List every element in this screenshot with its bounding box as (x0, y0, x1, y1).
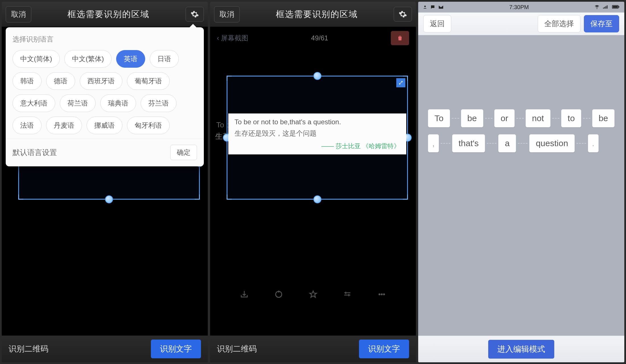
popover-title: 选择识别语言 (13, 35, 197, 44)
svg-rect-11 (619, 6, 619, 8)
bottombar: 进入编辑模式 (418, 336, 624, 362)
page-title: 框选需要识别的区域 (67, 9, 149, 20)
back-button[interactable]: 返回 (423, 15, 451, 32)
rotate-icon[interactable] (274, 290, 283, 299)
lang-danish[interactable]: 丹麦语 (46, 117, 82, 134)
lang-german[interactable]: 德语 (46, 72, 75, 90)
trash-icon (397, 35, 403, 42)
word-tile[interactable]: that's (452, 134, 485, 152)
word-row-2: , that's a question . (428, 134, 615, 152)
recognize-text-button[interactable]: 识别文字 (151, 340, 201, 358)
status-time: 7:30PM (509, 4, 529, 11)
svg-point-2 (383, 294, 385, 295)
lang-english[interactable]: 英语 (116, 50, 145, 68)
signal-icon (603, 5, 609, 9)
word-tile[interactable]: to (561, 109, 581, 127)
settings-button[interactable] (186, 7, 204, 22)
page-title: 框选需要识别的区域 (276, 9, 358, 20)
svg-rect-6 (604, 7, 605, 9)
scan-qr-button[interactable]: 识别二维码 (217, 344, 257, 354)
lang-finnish[interactable]: 芬兰语 (141, 94, 176, 112)
lang-korean[interactable]: 韩语 (13, 72, 42, 90)
contact-icon (423, 5, 427, 9)
word-tile[interactable]: be (592, 109, 615, 127)
inner-header: ‹ 屏幕截图 49/61 (210, 27, 416, 49)
lang-hungarian[interactable]: 匈牙利语 (127, 117, 170, 134)
star-icon[interactable] (309, 290, 318, 299)
svg-rect-7 (606, 6, 606, 9)
svg-rect-10 (613, 6, 618, 8)
expand-icon (398, 80, 403, 85)
svg-point-1 (381, 294, 382, 295)
gear-icon (399, 10, 407, 18)
lang-zh-simplified[interactable]: 中文(简体) (13, 50, 60, 68)
screen-1-language-select: 取消 框选需要识别的区域 生花 生存还是毁灭，这是个问题 —— 莎士比亚 《哈姆… (2, 2, 208, 362)
lang-italian[interactable]: 意大利语 (13, 94, 55, 112)
gear-icon (190, 10, 199, 18)
lang-portuguese[interactable]: 葡萄牙语 (127, 72, 170, 90)
photo-counter: 49/61 (311, 34, 328, 42)
handle-bottom[interactable] (105, 195, 113, 203)
word-row-1: To be or not to be (428, 109, 615, 127)
cancel-button[interactable]: 取消 (214, 6, 240, 22)
svg-rect-8 (607, 5, 608, 9)
lang-swedish[interactable]: 瑞典语 (100, 94, 136, 112)
topbar: 取消 框选需要识别的区域 (2, 2, 208, 27)
inner-toolbar (210, 284, 416, 304)
selection-rectangle[interactable]: To be or not to be,that's a question. 生存… (227, 76, 408, 200)
text-card: To be or not to be,that's a question. 生存… (228, 113, 407, 154)
recognize-text-button[interactable]: 识别文字 (359, 340, 409, 358)
settings-button[interactable] (394, 7, 412, 22)
card-line-2: 生存还是毁灭，这是个问题 (235, 129, 400, 138)
screen-3-word-edit: 7:30PM 返回 全部选择 保存至 To be or not to be , … (418, 2, 624, 362)
enter-edit-mode-button[interactable]: 进入编辑模式 (488, 340, 554, 359)
word-tile[interactable]: not (526, 109, 551, 127)
bottombar: 识别二维码 识别文字 (2, 336, 208, 362)
lang-norwegian[interactable]: 挪威语 (87, 117, 122, 134)
handle-bottom[interactable] (313, 195, 321, 203)
card-credit: —— 莎士比亚 《哈姆雷特》 (235, 142, 400, 150)
mail-icon (438, 5, 444, 9)
inner-back-button[interactable]: ‹ 屏幕截图 (217, 34, 249, 43)
topbar: 取消 框选需要识别的区域 (210, 2, 416, 27)
default-language-link[interactable]: 默认语言设置 (13, 148, 57, 158)
svg-point-4 (597, 8, 597, 9)
viewer-area: ‹ 屏幕截图 49/61 To b 生花 To be or not to be,… (210, 27, 416, 336)
lang-spanish[interactable]: 西班牙语 (80, 72, 122, 90)
svg-rect-5 (603, 8, 604, 9)
bottombar: 识别二维码 识别文字 (210, 336, 416, 362)
svg-point-0 (379, 294, 380, 295)
save-to-button[interactable]: 保存至 (584, 15, 619, 32)
adjust-icon[interactable] (343, 290, 352, 299)
cancel-button[interactable]: 取消 (6, 6, 31, 22)
card-line-1: To be or not to be,that's a question. (235, 118, 400, 126)
screen-2-crop: 取消 框选需要识别的区域 ‹ 屏幕截图 49/61 To b 生花 To be (210, 2, 416, 362)
word-area: To be or not to be , that's a question . (418, 35, 624, 152)
word-tile[interactable]: or (494, 109, 515, 127)
word-tile[interactable]: question (529, 134, 574, 152)
language-popover: 选择识别语言 中文(简体) 中文(繁体) 英语 日语 韩语 德语 西班牙语 葡萄… (6, 27, 204, 166)
lang-japanese[interactable]: 日语 (150, 50, 179, 68)
wifi-icon (594, 5, 600, 9)
lang-dutch[interactable]: 荷兰语 (60, 94, 96, 112)
word-tile[interactable]: . (588, 134, 599, 152)
chat-icon (430, 5, 435, 10)
share-icon[interactable] (240, 290, 249, 299)
lang-zh-traditional[interactable]: 中文(繁体) (64, 50, 112, 68)
scan-qr-button[interactable]: 识别二维码 (9, 344, 48, 354)
more-icon[interactable] (377, 290, 386, 299)
handle-top[interactable] (313, 72, 321, 80)
delete-button[interactable] (391, 31, 409, 45)
word-tile[interactable]: be (461, 109, 483, 127)
word-tile[interactable]: , (428, 134, 439, 152)
select-all-button[interactable]: 全部选择 (538, 15, 580, 32)
topbar: 返回 全部选择 保存至 (418, 13, 624, 35)
ok-button[interactable]: 确定 (170, 145, 197, 160)
svg-point-3 (424, 6, 426, 7)
expand-button[interactable] (396, 78, 405, 87)
word-tile[interactable]: a (498, 134, 516, 152)
lang-french[interactable]: 法语 (13, 117, 42, 134)
battery-icon (612, 5, 620, 9)
word-tile[interactable]: To (428, 109, 450, 127)
status-bar: 7:30PM (418, 2, 624, 13)
